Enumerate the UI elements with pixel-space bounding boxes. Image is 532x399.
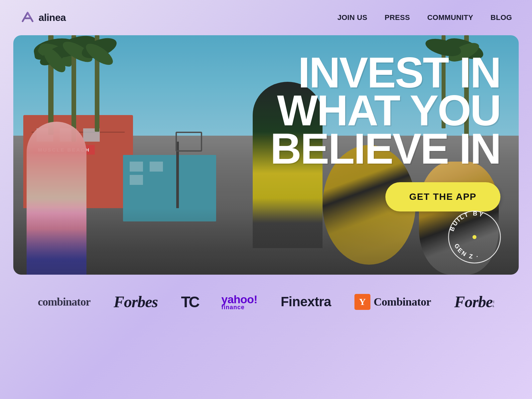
logo-ycombinator: Y Combinator [354, 294, 431, 310]
nav-item-blog[interactable]: BLOG [490, 13, 512, 22]
ycombinator-y-box: Y [354, 294, 370, 310]
built-by-genz-badge: BUILT BY GEN Z · [446, 209, 503, 265]
logo-text: alinea [39, 12, 66, 23]
hero-headline-line2: WHAT YOU [270, 91, 500, 129]
logos-strip: combinator Forbes TC yahoo! finance Fine… [0, 278, 532, 326]
cta-get-app-button[interactable]: GET THE APP [385, 182, 500, 211]
logo-finextra: Finextra [281, 294, 331, 309]
hero-section: MUSCLE BEACH [13, 35, 519, 275]
logo-forbes-right: Forbes [454, 293, 494, 311]
svg-point-1 [472, 235, 476, 239]
hero-headline: INVEST IN WHAT YOU BELIEVE IN [270, 54, 500, 168]
nav-item-community[interactable]: COMMUNITY [427, 13, 473, 22]
main-nav: JOIN US PRESS COMMUNITY BLOG [337, 13, 512, 22]
header: alinea JOIN US PRESS COMMUNITY BLOG [0, 0, 532, 35]
logo-icon [20, 9, 35, 26]
svg-text:BUILT BY: BUILT BY [449, 210, 485, 232]
hero-headline-line1: INVEST IN [270, 54, 500, 91]
logo-combinator-left: combinator [38, 296, 90, 308]
nav-item-press[interactable]: PRESS [385, 13, 410, 22]
hero-headline-line3: BELIEVE IN [270, 130, 500, 168]
nav-item-join-us[interactable]: JOIN US [337, 13, 367, 22]
hero-content: INVEST IN WHAT YOU BELIEVE IN GET THE AP… [270, 54, 500, 211]
svg-text:GEN Z ·: GEN Z · [453, 242, 480, 260]
logo-techcrunch: TC [181, 293, 198, 311]
logo-area[interactable]: alinea [20, 9, 66, 26]
logo-yahoo-finance: yahoo! finance [221, 293, 257, 311]
logo-forbes: Forbes [114, 293, 158, 311]
